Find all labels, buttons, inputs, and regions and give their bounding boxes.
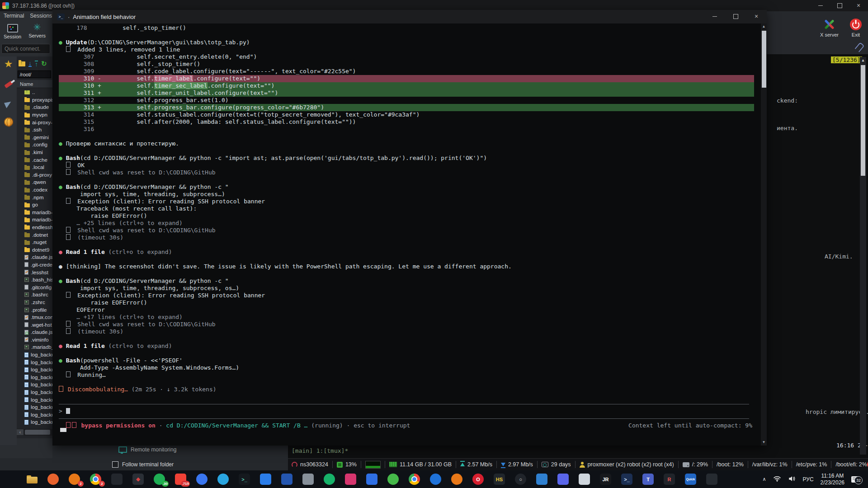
taskbar-app-obs[interactable]: ○ — [510, 470, 531, 488]
taskbar-app-opera[interactable]: O — [467, 470, 489, 488]
checkbox-icon[interactable] — [112, 461, 118, 468]
file-item[interactable]: go — [17, 201, 52, 209]
paperclip-icon[interactable] — [854, 42, 864, 52]
file-item[interactable]: .gemini — [17, 134, 52, 141]
taskbar-app-hs-app[interactable]: HS — [489, 470, 510, 488]
file-item[interactable]: log_backu — [17, 381, 52, 389]
menu-terminal[interactable]: Terminal — [4, 13, 24, 19]
file-item[interactable]: .claude.js — [17, 253, 52, 261]
terminal-scrollbar[interactable]: ▲ ▼ — [761, 23, 767, 446]
exit-button[interactable]: Exit — [850, 19, 862, 38]
file-item[interactable]: .local — [17, 164, 52, 171]
file-item[interactable]: .codex — [17, 186, 52, 194]
taskbar-app-blue-app[interactable] — [276, 470, 297, 488]
scroll-up-icon[interactable]: ▲ — [761, 23, 767, 30]
file-item[interactable]: log_backu — [17, 404, 52, 411]
refresh-icon[interactable]: ↻ — [41, 60, 47, 68]
taskbar-app-r-app[interactable]: R — [659, 470, 680, 488]
taskbar-app-file-explorer[interactable] — [21, 470, 42, 488]
scroll-down-icon[interactable]: ▼ — [761, 439, 767, 446]
taskbar-app-terminal-app[interactable]: >_ — [234, 470, 255, 488]
file-item[interactable]: log_backu — [17, 358, 52, 366]
taskbar-app-brave[interactable] — [42, 470, 64, 488]
terminal-maximize-button[interactable] — [725, 10, 746, 23]
taskbar-app-teams[interactable]: T — [637, 470, 659, 488]
tray-chevron-icon[interactable]: ∧ — [763, 476, 766, 482]
file-item[interactable]: mariadb-i — [17, 209, 52, 216]
taskbar-app-rustdesk[interactable] — [361, 470, 382, 488]
file-item[interactable]: log_backu — [17, 351, 52, 359]
path-field[interactable]: /root/ — [18, 70, 51, 78]
notification-center[interactable]: 32 — [851, 476, 859, 483]
file-item[interactable]: .npm — [17, 193, 52, 201]
taskbar-app-dark-app-1[interactable] — [106, 470, 127, 488]
taskbar-app-meet-app[interactable] — [531, 470, 552, 488]
file-item[interactable]: .wget-hst — [17, 321, 52, 328]
wifi-icon[interactable] — [773, 475, 781, 483]
file-item[interactable]: .kimi — [17, 149, 52, 156]
file-item[interactable]: log_backu — [17, 366, 52, 374]
taskbar-app-telegram[interactable] — [212, 470, 234, 488]
file-list-hscrollbar[interactable]: ‹ — [17, 429, 52, 436]
language-indicator[interactable]: РУС — [803, 476, 814, 483]
remote-monitoring[interactable]: Remote monitoring — [118, 446, 176, 453]
file-item[interactable]: .di-proxy — [17, 171, 52, 179]
file-item[interactable]: .gitconfig — [17, 283, 52, 291]
file-item[interactable]: .. — [17, 89, 52, 96]
taskbar-app-chrome[interactable] — [404, 470, 425, 488]
minimize-button[interactable] — [811, 0, 830, 11]
file-item[interactable]: .claude.js — [17, 328, 52, 336]
scroll-left-icon[interactable]: ‹ — [17, 429, 24, 435]
file-item[interactable]: mariadb-c — [17, 216, 52, 224]
taskbar-app-light-app[interactable] — [574, 470, 595, 488]
taskbar-app-signal[interactable] — [191, 470, 212, 488]
servers-button[interactable]: ✳ Servers — [28, 23, 46, 39]
file-item[interactable]: .claude — [17, 103, 52, 111]
file-item[interactable]: endlessh — [17, 224, 52, 231]
file-item[interactable]: log_backu — [17, 374, 52, 381]
taskbar-app-anydesk[interactable]: .715 — [170, 470, 191, 488]
taskbar-app-firefox-2[interactable] — [446, 470, 467, 488]
taskbar-app-firefox[interactable]: 2 — [64, 470, 85, 488]
bgterm-scrollbar[interactable]: ▲ — [860, 57, 866, 455]
file-item[interactable]: .lesshst — [17, 268, 52, 276]
taskbar-app-gray-app[interactable] — [297, 470, 319, 488]
taskbar-app-dark-app-2[interactable] — [701, 470, 722, 488]
file-item[interactable]: log_backu — [17, 396, 52, 404]
tools-tab[interactable] — [0, 79, 17, 86]
folder-up-icon[interactable] — [19, 61, 25, 66]
file-item[interactable]: dotnet9 — [17, 246, 52, 253]
taskbar-app-vscode[interactable] — [255, 470, 276, 488]
download-icon[interactable]: ↓ — [28, 61, 32, 67]
volume-icon[interactable] — [788, 475, 796, 483]
file-item[interactable]: log_backu — [17, 389, 52, 396]
terminal-scroll-thumb[interactable] — [762, 31, 766, 88]
favorites-tab[interactable]: ★ — [0, 59, 17, 69]
taskbar-app-magenta-app[interactable] — [340, 470, 361, 488]
file-item[interactable]: .qwen — [17, 178, 52, 186]
bgterm-scroll-thumb[interactable] — [861, 65, 865, 176]
close-button[interactable]: × — [849, 0, 868, 11]
taskbar-app-discord[interactable] — [552, 470, 574, 488]
file-item[interactable]: .git-crede — [17, 261, 52, 269]
taskbar-clock[interactable]: 11:16 AM 2/23/2026 — [821, 473, 844, 486]
scroll-up-icon[interactable]: ▲ — [860, 57, 866, 63]
terminal-close-button[interactable]: × — [746, 10, 767, 23]
quick-connect-input[interactable] — [2, 44, 52, 53]
file-item[interactable]: .config — [17, 141, 52, 149]
file-item[interactable]: .cache — [17, 156, 52, 164]
hscroll-thumb[interactable] — [25, 430, 50, 435]
file-item[interactable]: .bash_his — [17, 276, 52, 284]
file-item[interactable]: log_backu — [17, 411, 52, 419]
file-item[interactable]: .tmux.con — [17, 314, 52, 321]
x-server-button[interactable]: X server — [820, 19, 839, 38]
network-tab[interactable] — [0, 117, 17, 127]
terminal-minimize-button[interactable] — [704, 10, 725, 23]
taskbar-app-green-app[interactable] — [382, 470, 404, 488]
file-item[interactable]: .ssh — [17, 126, 52, 134]
file-item[interactable]: .nuget — [17, 239, 52, 246]
name-column-header[interactable]: Name — [17, 80, 52, 88]
file-item[interactable]: .zshrc — [17, 299, 52, 306]
follow-terminal-folder[interactable]: Follow terminal folder — [112, 461, 174, 468]
taskbar-app-powershell[interactable]: >_ — [616, 470, 637, 488]
